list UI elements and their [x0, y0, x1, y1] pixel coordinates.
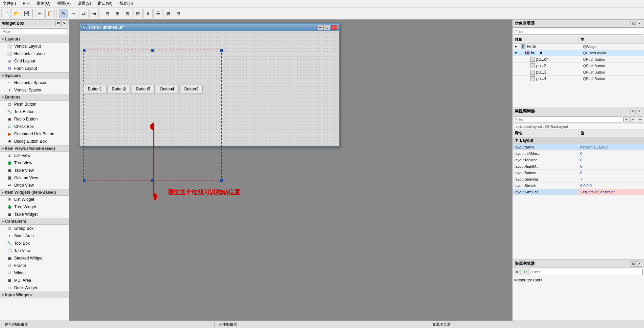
toolbar-tab-mode[interactable]: ⇥ — [89, 9, 99, 18]
form-btn-4[interactable]: Button4 — [156, 85, 178, 93]
obj-row-form[interactable]: ▼ F Form QWidget — [513, 44, 644, 50]
obj-expand-form[interactable]: ▼ — [513, 44, 519, 49]
widget-group-box[interactable]: □ Group Box — [0, 225, 69, 232]
toolbar-new[interactable]: 📄 — [1, 9, 11, 18]
statusbar-actions[interactable]: 动作编辑器 — [216, 322, 428, 327]
toolbar-layout-grid[interactable]: ⊠ — [123, 9, 132, 18]
widget-horizontal-spacer[interactable]: ↔ Horizontal Spacer — [0, 79, 69, 86]
prop-row-stretch[interactable]: layoutStretch 0,0,0,0 — [513, 183, 644, 189]
widget-box-filter[interactable] — [1, 28, 68, 34]
prop-row-topmar[interactable]: layoutTopMar... 0 — [513, 157, 644, 163]
widget-tree-widget[interactable]: 🌲 Tree Widget — [0, 203, 69, 211]
toolbar-layout-split-h[interactable]: ≡ — [143, 9, 153, 18]
widget-tool-button[interactable]: 🔧 Tool Button — [0, 108, 69, 115]
res-edit-btn[interactable]: ✏ — [514, 269, 521, 275]
menu-window[interactable]: 窗口(W) — [96, 0, 114, 7]
toolbar-buddy-mode[interactable]: ⇄ — [79, 9, 89, 18]
toolbar-save[interactable]: 💾 — [22, 9, 31, 18]
menu-file[interactable]: 文件(F) — [1, 0, 17, 7]
prop-filter-input[interactable] — [514, 116, 622, 122]
form-maximize[interactable]: □ — [324, 25, 330, 30]
menu-help[interactable]: 帮助(H) — [118, 0, 134, 7]
widget-frame[interactable]: □ Frame — [0, 262, 69, 269]
obj-filter-input[interactable] — [514, 29, 643, 35]
form-minimize[interactable]: ─ — [317, 25, 323, 30]
handle-bl[interactable] — [83, 179, 85, 182]
handle-tl[interactable] — [83, 49, 85, 52]
res-refresh-btn[interactable]: ↻ — [522, 269, 529, 275]
prop-row-spacing[interactable]: layoutSpacing 7 — [513, 176, 644, 183]
widget-mdi-area[interactable]: ⊞ MDI Area — [0, 277, 69, 284]
widget-form-layout[interactable]: ⊟ Form Layout — [0, 65, 69, 72]
handle-br[interactable] — [220, 179, 223, 182]
statusbar-resources[interactable]: 资源浏览器 — [429, 322, 642, 327]
widget-horizontal-layout[interactable]: ⬜ Horizontal Layout — [0, 50, 69, 57]
widget-box-close[interactable]: ✕ — [61, 21, 67, 26]
widget-column-view[interactable]: ▦ Column View — [0, 174, 69, 182]
toolbar-layout-h[interactable]: ⊟ — [103, 9, 112, 18]
res-filter-input[interactable] — [530, 269, 643, 275]
menu-settings[interactable]: 设置(S) — [76, 0, 92, 7]
prop-row-sizecon[interactable]: layoutSizeCon... SetDefaultConstraint — [513, 189, 644, 195]
widget-dock-widget[interactable]: □ Dock Widget — [0, 284, 69, 292]
toolbar-signal-mode[interactable]: ↔ — [69, 9, 78, 18]
widget-undo-view[interactable]: ↩ Undo View — [0, 182, 69, 189]
handle-tm[interactable] — [151, 49, 154, 52]
statusbar-signals[interactable]: 信号/槽编辑器 — [2, 322, 215, 327]
prop-row-layoutname[interactable]: layoutName horizontalLayout — [513, 144, 644, 151]
prop-row-rightmar[interactable]: layoutRightM... 0 — [513, 163, 644, 170]
menu-view[interactable]: 视图(V) — [56, 0, 72, 7]
handle-tr[interactable] — [220, 49, 223, 52]
toolbar-widget-mode[interactable]: 🖱 — [59, 9, 68, 18]
toolbar-layout-form[interactable]: ⊟ — [133, 9, 143, 18]
toolbar-copy[interactable]: 📋 — [45, 9, 55, 18]
obj-inspector-close[interactable]: ✕ — [637, 21, 642, 26]
prop-row-leftmar[interactable]: layoutLeftMar... 0 — [513, 151, 644, 157]
prop-editor-float[interactable]: ⧉ — [630, 109, 636, 114]
widget-list-view[interactable]: ≡ List View — [0, 152, 69, 159]
widget-command-link-button[interactable]: ▶ Command Link Button — [0, 130, 69, 138]
widget-vertical-layout[interactable]: ⬜ Vertical Layout — [0, 43, 69, 50]
form-close[interactable]: ✕ — [331, 25, 337, 30]
form-btn-1[interactable]: Button1 — [83, 85, 106, 93]
form-btn-5[interactable]: Button3 — [180, 85, 203, 93]
widget-stacked-widget[interactable]: ▦ Stacked Widget — [0, 254, 69, 262]
form-body[interactable]: Button1 Button2 Button5 Button4 Button3 — [80, 31, 339, 146]
toolbar-cut[interactable]: ✂ — [35, 9, 45, 18]
res-browser-close[interactable]: ✕ — [637, 261, 642, 267]
widget-table-widget[interactable]: ⊞ Table Widget — [0, 211, 69, 218]
obj-inspector-float[interactable]: ⧉ — [630, 21, 636, 26]
widget-dialog-button-box[interactable]: ■ Dialog Button Box — [0, 138, 69, 145]
prop-editor-close[interactable]: ✕ — [637, 109, 642, 114]
widget-scroll-area[interactable]: ↕ Scroll Area — [0, 232, 69, 240]
widget-push-button[interactable]: □ Push Button — [0, 101, 69, 108]
widget-table-view[interactable]: ⊞ Table View — [0, 167, 69, 174]
prop-filter-remove[interactable]: − — [630, 116, 636, 122]
toolbar-adjust-size[interactable]: ⊟ — [174, 9, 183, 18]
widget-grid-layout[interactable]: ⊞ Grid Layout — [0, 57, 69, 65]
prop-row-bottommar[interactable]: layoutBottom... 0 — [513, 170, 644, 176]
widget-tree-view[interactable]: 🌲 Tree View — [0, 159, 69, 167]
widget-tool-box[interactable]: 🔧 Tool Box — [0, 240, 69, 247]
obj-row-hlayout[interactable]: ▼ HB ho...ut QHBoxLayout — [513, 50, 644, 56]
widget-check-box[interactable]: ☑ Check Box — [0, 123, 69, 130]
prop-filter-add[interactable]: + — [623, 116, 629, 122]
toolbar-open[interactable]: 📂 — [11, 9, 21, 18]
obj-expand-hlayout[interactable]: ▼ — [513, 51, 519, 56]
widget-widget[interactable]: □ Widget — [0, 269, 69, 277]
widget-box-float[interactable]: ⧉ — [55, 21, 61, 26]
menu-edit[interactable]: Edit — [21, 1, 31, 7]
toolbar-layout-split-v[interactable]: ☰ — [153, 9, 163, 18]
widget-vertical-spacer[interactable]: ↕ Vertical Spacer — [0, 86, 69, 94]
obj-row-pb2[interactable]: pu...2 QPushButton — [513, 63, 644, 69]
form-window[interactable]: Qt Form - untitled.ui* ─ □ ✕ — [79, 23, 340, 146]
res-root-item[interactable]: <resource root> — [514, 278, 543, 282]
widget-list-widget[interactable]: ≡ List Widget — [0, 196, 69, 203]
toolbar-break-layout[interactable]: ⊠ — [164, 9, 173, 18]
toolbar-layout-v[interactable]: ⊞ — [113, 9, 122, 18]
obj-row-pb1[interactable]: pu...on QPushButton — [513, 56, 644, 63]
canvas-area[interactable]: Qt Form - untitled.ui* ─ □ ✕ — [69, 20, 512, 321]
obj-row-pb4[interactable]: pu...4 QPushButton — [513, 76, 644, 82]
form-btn-2[interactable]: Button2 — [107, 85, 130, 93]
obj-row-pb3[interactable]: pu...3 QPushButton — [513, 69, 644, 76]
